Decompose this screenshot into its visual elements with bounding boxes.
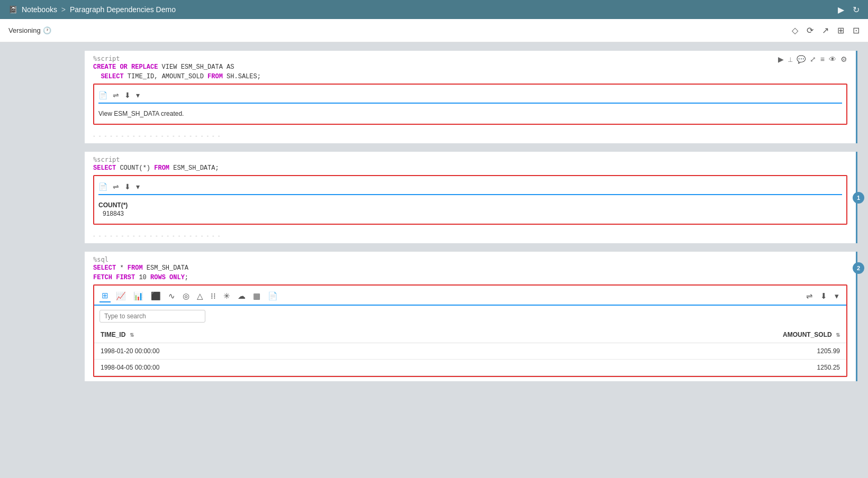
run-icon[interactable]: ▶ xyxy=(778,55,784,63)
output-doc-icon[interactable]: 📄 xyxy=(98,91,107,99)
table-row: 1998-01-20 00:00:00 1205.99 xyxy=(94,343,846,360)
toolbar-right: ◇ ⟳ ↗ ⊞ ⊡ xyxy=(792,25,860,35)
refresh-icon[interactable]: ↻ xyxy=(853,5,860,15)
sort-time-id[interactable]: ⇅ xyxy=(130,332,134,338)
dependency-badge-2: 2 xyxy=(853,262,864,274)
paragraph-3-output: ⊞ 📈 📊 ⬛ ∿ ◎ △ ⁞⁞ ✳ ☁ ▦ 📄 ⇌ ⬇ ▾ xyxy=(93,284,847,377)
layout-icon[interactable]: ⊡ xyxy=(853,25,860,35)
search-box xyxy=(100,310,841,323)
toolbar-left: Versioning 🕐 xyxy=(8,26,788,34)
right-gutter xyxy=(857,42,868,478)
output-2-download-arrow[interactable]: ▾ xyxy=(136,182,140,191)
paragraph-1-code-content: CREATE OR REPLACE VIEW ESM_SH_DATA AS SE… xyxy=(93,62,778,81)
tab-area[interactable]: ⬛ xyxy=(149,290,163,302)
breadcrumb-current: Paragraph Dependencies Demo xyxy=(70,5,176,14)
output-download-icon[interactable]: ⬇ xyxy=(124,91,131,99)
tab-cloud[interactable]: ☁ xyxy=(236,290,248,302)
output-2-value: 918843 xyxy=(98,210,842,217)
tab-filter[interactable]: ⇌ xyxy=(804,290,815,302)
versioning-icon: 🕐 xyxy=(43,26,51,34)
breadcrumb-separator: > xyxy=(61,5,66,14)
comment-icon[interactable]: 💬 xyxy=(797,55,806,63)
paragraph-3-header: %sql SELECT * FROM ESM_SH_DATA FETCH FIR… xyxy=(85,252,856,284)
paragraph-1: %script CREATE OR REPLACE VIEW ESM_SH_DA… xyxy=(85,51,857,143)
cell-amount-1: 1205.99 xyxy=(475,343,846,360)
paragraph-1-output: 📄 ⇌ ⬇ ▾ View ESM_SH_DATA created. xyxy=(93,84,847,125)
notebook-icon: 📓 xyxy=(8,5,17,14)
output-2-download-icon[interactable]: ⬇ xyxy=(124,182,131,191)
output-download-arrow[interactable]: ▾ xyxy=(136,91,140,99)
list-icon[interactable]: ≡ xyxy=(820,55,825,63)
toolbar-bar: Versioning 🕐 ◇ ⟳ ↗ ⊞ ⊡ xyxy=(0,19,868,42)
paragraph-3-code-content: SELECT * FROM ESM_SH_DATA FETCH FIRST 10… xyxy=(93,263,847,282)
paragraph-1-divider: - - - - - - - - - - - - - - - - - - - - … xyxy=(85,129,856,143)
cell-time-1: 1998-01-20 00:00:00 xyxy=(94,343,475,360)
paragraph-1-header: %script CREATE OR REPLACE VIEW ESM_SH_DA… xyxy=(85,51,856,84)
paragraph-2-divider: - - - - - - - - - - - - - - - - - - - - … xyxy=(85,229,856,243)
output-2-content: COUNT(*) 918843 xyxy=(98,199,842,219)
top-bar: 📓 Notebooks > Paragraph Dependencies Dem… xyxy=(0,0,868,19)
dependency-badge-1: 1 xyxy=(853,192,864,204)
tab-line[interactable]: 📈 xyxy=(114,290,128,302)
sort-amount-sold[interactable]: ⇅ xyxy=(836,332,840,338)
gear-icon[interactable]: ⚙ xyxy=(840,55,847,63)
versioning-label[interactable]: Versioning 🕐 xyxy=(8,26,51,34)
tab-table[interactable]: ⊞ xyxy=(100,290,111,302)
output-1-toolbar: 📄 ⇌ ⬇ ▾ xyxy=(98,89,842,104)
settings-icon[interactable]: ⟳ xyxy=(807,25,813,35)
paragraph-3: %sql SELECT * FROM ESM_SH_DATA FETCH FIR… xyxy=(85,252,857,381)
tab-pie[interactable]: ◎ xyxy=(180,290,192,302)
paragraph-2-tag: %script xyxy=(93,156,847,163)
tab-bar2[interactable]: ▦ xyxy=(251,290,263,302)
eraser-icon[interactable]: ◇ xyxy=(792,25,798,35)
grid-icon[interactable]: ⊞ xyxy=(837,25,844,35)
tab-download-arrow[interactable]: ▾ xyxy=(833,290,841,302)
paragraph-3-code: %sql SELECT * FROM ESM_SH_DATA FETCH FIR… xyxy=(93,256,847,282)
tab-grid[interactable]: ⁞⁞ xyxy=(209,290,218,302)
paragraph-1-code: %script CREATE OR REPLACE VIEW ESM_SH_DA… xyxy=(93,55,778,81)
paragraphs-area: %script CREATE OR REPLACE VIEW ESM_SH_DA… xyxy=(85,42,857,478)
paragraph-2-output: 📄 ⇌ ⬇ ▾ COUNT(*) 918843 xyxy=(93,175,847,225)
eye-icon[interactable]: 👁 xyxy=(829,55,836,63)
tab-triangle[interactable]: △ xyxy=(195,290,205,302)
graph-icon[interactable]: ⟂ xyxy=(788,55,792,63)
export-icon[interactable]: ↗ xyxy=(822,25,829,35)
paragraph-2-code-content: SELECT COUNT(*) FROM ESM_SH_DATA; xyxy=(93,163,847,173)
breadcrumb: Notebooks > Paragraph Dependencies Demo xyxy=(22,5,834,14)
paragraph-1-actions: ▶ ⟂ 💬 ⤢ ≡ 👁 ⚙ xyxy=(778,55,847,63)
tab-doc2[interactable]: 📄 xyxy=(266,290,280,302)
topbar-actions: ▶ ↻ xyxy=(838,5,860,15)
main-content: %script CREATE OR REPLACE VIEW ESM_SH_DA… xyxy=(0,42,868,478)
search-input[interactable] xyxy=(100,310,205,323)
output-2-toolbar: 📄 ⇌ ⬇ ▾ xyxy=(98,180,842,195)
expand-icon[interactable]: ⤢ xyxy=(810,55,816,63)
left-gutter xyxy=(0,42,85,478)
col-time-id: TIME_ID ⇅ xyxy=(94,327,475,343)
cell-amount-2: 1250.25 xyxy=(475,360,846,376)
output-filter-icon[interactable]: ⇌ xyxy=(113,91,119,99)
paragraph-1-tag: %script xyxy=(93,55,778,62)
play-icon[interactable]: ▶ xyxy=(838,5,844,15)
chart-toolbar: ⊞ 📈 📊 ⬛ ∿ ◎ △ ⁞⁞ ✳ ☁ ▦ 📄 ⇌ ⬇ ▾ xyxy=(94,286,846,306)
paragraph-2-code: %script SELECT COUNT(*) FROM ESM_SH_DATA… xyxy=(93,156,847,173)
tab-download[interactable]: ⬇ xyxy=(818,290,829,302)
output-2-column: COUNT(*) xyxy=(98,201,842,209)
col-amount-sold: AMOUNT_SOLD ⇅ xyxy=(475,327,846,343)
paragraph-2-header: %script SELECT COUNT(*) FROM ESM_SH_DATA… xyxy=(85,152,856,175)
output-2-filter-icon[interactable]: ⇌ xyxy=(113,182,119,191)
tab-sun[interactable]: ✳ xyxy=(221,290,232,302)
breadcrumb-notebooks[interactable]: Notebooks xyxy=(22,5,57,14)
output-2-doc-icon[interactable]: 📄 xyxy=(98,182,107,191)
tab-bar[interactable]: 📊 xyxy=(131,290,146,302)
data-table: TIME_ID ⇅ AMOUNT_SOLD ⇅ 1998-01-20 00:00… xyxy=(94,327,846,376)
tab-scatter[interactable]: ∿ xyxy=(166,290,177,302)
paragraph-3-tag: %sql xyxy=(93,256,847,263)
output-1-message: View ESM_SH_DATA created. xyxy=(98,108,842,120)
table-row: 1998-04-05 00:00:00 1250.25 xyxy=(94,360,846,376)
paragraph-2: %script SELECT COUNT(*) FROM ESM_SH_DATA… xyxy=(85,152,857,243)
cell-time-2: 1998-04-05 00:00:00 xyxy=(94,360,475,376)
